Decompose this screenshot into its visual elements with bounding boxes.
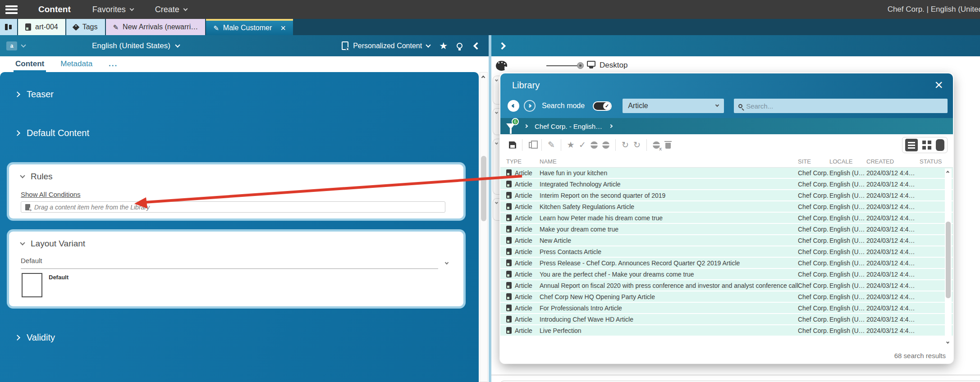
chevron-right-icon bbox=[524, 124, 528, 128]
tab-apps[interactable] bbox=[0, 19, 17, 35]
expand-right-icon[interactable] bbox=[499, 42, 506, 50]
table-row[interactable]: Article Live Perfection Chef Corp. Engli… bbox=[500, 325, 953, 337]
device-slider-knob[interactable] bbox=[577, 62, 584, 69]
section-label: Teaser bbox=[27, 89, 54, 100]
tab-new-arrivals[interactable]: ✎ New Arrivals (newarri… bbox=[106, 19, 206, 35]
table-row[interactable]: Article You are the perfect chef - Make … bbox=[500, 269, 953, 280]
pencil-icon: ✎ bbox=[113, 24, 119, 31]
publish-all-globe-icon[interactable] bbox=[600, 139, 612, 151]
divider bbox=[561, 139, 561, 151]
chevron-right-icon bbox=[528, 104, 531, 108]
status-cell bbox=[920, 181, 942, 188]
copy-icon[interactable] bbox=[526, 139, 538, 151]
bookmark-star-icon[interactable]: ★ bbox=[565, 139, 577, 151]
card-view-icon[interactable] bbox=[936, 139, 944, 151]
collapse-left-icon[interactable] bbox=[473, 42, 481, 50]
col-locale[interactable]: LOCALE bbox=[829, 158, 866, 165]
create-menu[interactable]: Create bbox=[155, 5, 187, 14]
section-layout-variant[interactable]: Layout Variant bbox=[21, 239, 85, 249]
scroll-down-icon[interactable] bbox=[946, 341, 949, 344]
tab-art-004[interactable]: art-004 bbox=[18, 19, 65, 35]
form-scrollbar[interactable] bbox=[480, 72, 488, 382]
table-row[interactable]: Article Press Release - Chef Corp. Annou… bbox=[500, 258, 953, 269]
table-row[interactable]: Article Annual Report on fiscal 2020 wit… bbox=[500, 280, 953, 291]
edit-pencil-icon[interactable]: ✎ bbox=[545, 139, 557, 151]
tab-overflow[interactable]: ... bbox=[107, 59, 119, 72]
palette-icon[interactable] bbox=[496, 61, 507, 71]
language-selector[interactable]: English (United States) bbox=[92, 41, 179, 50]
library-search-row: Search mode ✓ Article bbox=[508, 97, 948, 115]
back-button[interactable] bbox=[508, 100, 519, 112]
section-teaser[interactable]: Teaser bbox=[15, 89, 54, 100]
chevron-down-icon bbox=[21, 42, 26, 47]
results-scrollbar[interactable] bbox=[945, 168, 952, 347]
col-name[interactable]: NAME bbox=[540, 158, 798, 165]
tab-content[interactable]: Content bbox=[14, 59, 46, 72]
rules-drop-zone[interactable]: Drag a content item here from the Librar… bbox=[21, 201, 445, 213]
close-icon[interactable]: × bbox=[934, 76, 943, 93]
table-row[interactable]: Article For Professionals Intro Article … bbox=[500, 303, 953, 314]
device-label: Desktop bbox=[600, 61, 627, 70]
thumbnail-view-icon[interactable] bbox=[921, 140, 932, 150]
show-all-conditions-link[interactable]: Show All Conditions bbox=[21, 191, 81, 198]
save-icon[interactable] bbox=[507, 139, 518, 151]
language-label: English (United States) bbox=[92, 41, 170, 50]
locale-cell: English (U… bbox=[829, 293, 866, 300]
table-row[interactable]: Article Make your dream come true Chef C… bbox=[500, 224, 953, 235]
breadcrumb[interactable]: Chef Corp. - English… bbox=[535, 123, 602, 130]
section-default-content[interactable]: Default Content bbox=[15, 128, 89, 138]
col-type[interactable]: TYPE bbox=[506, 158, 540, 165]
search-mode-toggle[interactable]: ✓ bbox=[593, 101, 612, 111]
translation-sync-icon[interactable]: ↻ bbox=[631, 139, 643, 151]
section-rules[interactable]: Rules bbox=[21, 172, 53, 182]
favorites-menu[interactable]: Favorites bbox=[92, 5, 133, 14]
scrollbar-thumb[interactable] bbox=[481, 156, 486, 221]
content-type-select[interactable]: Article bbox=[623, 99, 724, 113]
scroll-up-icon[interactable] bbox=[481, 76, 485, 79]
tab-male-customer[interactable]: ✎ Male Customer × bbox=[206, 19, 293, 35]
tab-tags[interactable]: Tags bbox=[66, 19, 105, 35]
publish-globe-icon[interactable] bbox=[588, 139, 600, 151]
lightbulb-icon[interactable] bbox=[457, 43, 463, 49]
type-cell: Article bbox=[506, 271, 540, 278]
delete-trash-icon[interactable] bbox=[662, 139, 674, 151]
col-created[interactable]: CREATED bbox=[866, 158, 920, 165]
withdraw-globe-icon[interactable] bbox=[650, 139, 662, 151]
locale-cell: English (U… bbox=[829, 169, 866, 177]
table-row[interactable]: Article Press Contacts Article Chef Corp… bbox=[500, 246, 953, 258]
hamburger-menu-icon[interactable] bbox=[5, 5, 18, 14]
drop-hint-text: Drag a content item here from the Librar… bbox=[34, 204, 150, 211]
preview-section-edge bbox=[493, 139, 500, 195]
table-row[interactable]: Article Introducing Chef Wave HD Article… bbox=[500, 314, 953, 325]
col-site[interactable]: SITE bbox=[798, 158, 829, 165]
personalized-content-selector[interactable]: Personalized Content bbox=[342, 41, 430, 50]
layout-variant-select[interactable]: Default bbox=[21, 257, 438, 269]
list-view-icon[interactable] bbox=[905, 139, 918, 151]
workflow-sync-icon[interactable]: ↻ bbox=[619, 139, 631, 151]
table-row[interactable]: Article Integrated Technology Article Ch… bbox=[500, 179, 953, 190]
filter-funnel-icon[interactable]: 6 bbox=[506, 120, 517, 132]
close-tab-icon[interactable]: × bbox=[280, 23, 286, 32]
locale-cell: English (U… bbox=[829, 327, 866, 334]
table-row[interactable]: Article Kitchen Safety Regulations Artic… bbox=[500, 201, 953, 213]
table-row[interactable]: Article Chef Corp New HQ Opening Party A… bbox=[500, 291, 953, 303]
status-cell bbox=[920, 316, 942, 323]
table-row[interactable]: Article New Article Chef Corp. English (… bbox=[500, 235, 953, 246]
col-status[interactable]: STATUS bbox=[920, 158, 942, 165]
scrollbar-thumb[interactable] bbox=[946, 222, 951, 298]
layout-option-thumbnail[interactable] bbox=[22, 273, 42, 297]
approve-check-icon[interactable]: ✓ bbox=[577, 139, 588, 151]
bookmark-star-icon[interactable]: ★ bbox=[439, 41, 448, 50]
search-input[interactable] bbox=[746, 102, 943, 110]
table-row[interactable]: Article Have fun in your kitchen Chef Co… bbox=[500, 168, 953, 179]
forward-button[interactable] bbox=[524, 100, 536, 112]
scroll-up-icon[interactable] bbox=[946, 171, 949, 174]
apps-grid-icon bbox=[5, 23, 12, 31]
section-validity[interactable]: Validity bbox=[15, 332, 55, 343]
table-row[interactable]: Article Interim Report on the second qua… bbox=[500, 190, 953, 201]
tab-metadata[interactable]: Metadata bbox=[59, 59, 94, 72]
results-table-body: Article Have fun in your kitchen Chef Co… bbox=[500, 168, 953, 348]
account-site-locale[interactable]: Chef Corp. | English (United bbox=[888, 5, 980, 14]
table-row[interactable]: Article Learn how Peter made his dream c… bbox=[500, 213, 953, 224]
locale-icon[interactable]: a bbox=[6, 41, 17, 50]
